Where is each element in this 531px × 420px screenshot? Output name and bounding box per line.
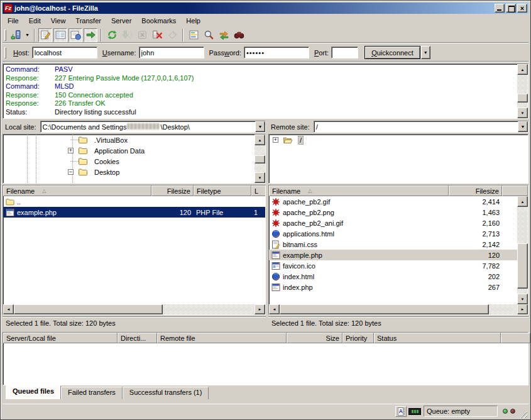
password-input[interactable]: [244, 47, 309, 58]
file-row[interactable]: ..: [3, 196, 265, 207]
menu-file[interactable]: File: [3, 16, 24, 26]
file-row[interactable]: apache_pb2.png1,463: [269, 207, 517, 218]
file-row[interactable]: bitnami.css2,142: [269, 239, 517, 250]
quickconnect-button[interactable]: Quickconnect: [364, 46, 420, 59]
tree-item[interactable]: −Desktop: [3, 167, 255, 177]
username-input[interactable]: [139, 47, 204, 58]
scroll-left-icon[interactable]: ◄: [269, 304, 280, 314]
tree-item[interactable]: +Application Data: [3, 145, 255, 156]
scroll-thumb[interactable]: [280, 304, 489, 314]
message-log-vscrollbar[interactable]: ▲ ▼: [517, 64, 528, 118]
menu-help[interactable]: Help: [181, 16, 205, 26]
local-site-dropdown[interactable]: ▼: [255, 121, 265, 132]
speed-limit-indicator-icon[interactable]: [408, 408, 421, 415]
refresh-button[interactable]: [105, 28, 119, 42]
scroll-up-icon[interactable]: ▲: [255, 135, 265, 145]
file-row[interactable]: example.php120PHP File1: [3, 207, 265, 218]
toolbar-grip[interactable]: [4, 30, 6, 41]
minimize-button[interactable]: [495, 4, 505, 13]
menu-server[interactable]: Server: [106, 16, 136, 26]
tree-item[interactable]: .VirtualBox: [3, 135, 255, 145]
remote-site-combobox[interactable]: / ▼: [314, 121, 528, 133]
toggle-transfer-queue-button[interactable]: [84, 28, 97, 42]
expand-plus-icon[interactable]: +: [273, 137, 278, 143]
toggle-remote-tree-button[interactable]: [68, 28, 82, 42]
file-row[interactable]: apache_pb2.gif2,414: [269, 196, 517, 207]
site-manager-dropdown-icon[interactable]: ▼: [23, 28, 31, 42]
quickconnect-grip[interactable]: [4, 47, 6, 58]
queue-column-directi-[interactable]: Directi...: [118, 333, 157, 343]
remote-list-hscrollbar[interactable]: ◄ ►: [269, 304, 528, 314]
expand-plus-icon[interactable]: +: [68, 148, 74, 153]
toggle-local-tree-button[interactable]: [53, 28, 67, 42]
directory-comparison-button[interactable]: [202, 28, 216, 42]
column-header-filesize[interactable]: Filesize: [151, 185, 194, 196]
file-row[interactable]: applications.html2,713: [269, 228, 517, 239]
queue-column-server-local-file[interactable]: Server/Local file: [3, 333, 118, 343]
resize-grip[interactable]: [519, 410, 527, 418]
filter-button[interactable]: [187, 28, 200, 42]
scroll-up-icon[interactable]: ▲: [517, 196, 528, 207]
log-line: Status:Directory listing successful: [6, 108, 517, 117]
queue-column-blank[interactable]: [501, 333, 530, 343]
queue-column-priority[interactable]: Priority: [342, 333, 374, 343]
file-row[interactable]: index.html202: [269, 271, 517, 282]
cell-size: 2,713: [449, 228, 502, 239]
maximize-button[interactable]: [506, 4, 516, 13]
tab-successful-transfers-1-[interactable]: Successful transfers (1): [123, 387, 209, 399]
local-site-combobox[interactable]: C:\Documents and Settings\Desktop\ ▼: [40, 121, 266, 133]
menu-edit[interactable]: Edit: [24, 16, 46, 26]
remote-site-dropdown[interactable]: ▼: [518, 121, 528, 132]
menu-transfer[interactable]: Transfer: [70, 16, 106, 26]
toggle-local-tree-icon: [55, 30, 66, 40]
scroll-thumb[interactable]: [517, 94, 528, 102]
quickconnect-bar: Host: Username: Password: Port: Quickcon…: [3, 43, 528, 62]
scroll-up-icon[interactable]: ▲: [517, 64, 528, 75]
tree-item[interactable]: +/: [269, 135, 528, 145]
port-input[interactable]: [331, 47, 358, 58]
host-input[interactable]: [32, 47, 97, 58]
file-row[interactable]: example.php120: [269, 250, 517, 260]
file-row[interactable]: favicon.ico7,782: [269, 260, 517, 271]
scroll-left-icon[interactable]: ◄: [3, 304, 14, 314]
svg-text:A: A: [398, 408, 402, 414]
log-line-label: Status:: [6, 108, 55, 117]
column-header-l[interactable]: L: [251, 185, 266, 196]
toggle-message-log-button[interactable]: [38, 28, 52, 42]
tree-item[interactable]: Cookies: [3, 156, 255, 167]
close-button[interactable]: ×: [517, 4, 527, 13]
file-row[interactable]: apache_pb2_ani.gif2,160: [269, 218, 517, 228]
scroll-right-icon[interactable]: ►: [255, 304, 265, 314]
scroll-thumb[interactable]: [14, 304, 163, 314]
quickconnect-dropdown[interactable]: ▼: [421, 46, 430, 59]
scroll-down-icon[interactable]: ▼: [517, 108, 528, 118]
tab-queued-files[interactable]: Queued files: [6, 385, 61, 399]
scroll-thumb[interactable]: [517, 243, 528, 289]
data-type-indicator-icon[interactable]: A: [395, 406, 407, 417]
scroll-right-icon[interactable]: ►: [517, 304, 528, 314]
menu-bookmarks[interactable]: Bookmarks: [136, 16, 181, 26]
queue-column-remote-file[interactable]: Remote file: [157, 333, 287, 343]
scroll-thumb[interactable]: [255, 155, 265, 163]
scroll-down-icon[interactable]: ▼: [517, 294, 528, 304]
sort-ascending-icon: △: [308, 188, 312, 194]
column-header-filesize[interactable]: Filesize: [449, 185, 502, 196]
synchronized-browsing-button[interactable]: [217, 28, 231, 42]
find-files-button[interactable]: [232, 28, 246, 42]
collapse-minus-icon[interactable]: −: [68, 169, 74, 175]
queue-column-size[interactable]: Size: [287, 333, 342, 343]
queue-column-status[interactable]: Status: [374, 333, 501, 343]
file-row[interactable]: index.php267: [269, 282, 517, 292]
menu-view[interactable]: View: [46, 16, 71, 26]
local-tree-vscrollbar[interactable]: ▲ ▼: [255, 135, 265, 183]
site-manager-button[interactable]: [9, 28, 23, 42]
local-list-hscrollbar[interactable]: ◄ ►: [3, 304, 265, 314]
column-header-filetype[interactable]: Filetype: [194, 185, 251, 196]
column-header-filename[interactable]: Filename△: [3, 185, 151, 196]
remote-list-vscrollbar[interactable]: ▲ ▼: [517, 196, 528, 304]
tab-failed-transfers[interactable]: Failed transfers: [61, 387, 123, 399]
disconnect-button[interactable]: [150, 28, 164, 42]
scroll-down-icon[interactable]: ▼: [255, 172, 265, 183]
cell-name: apache_pb2_ani.gif: [269, 218, 449, 228]
column-header-filename[interactable]: Filename△: [269, 185, 449, 196]
